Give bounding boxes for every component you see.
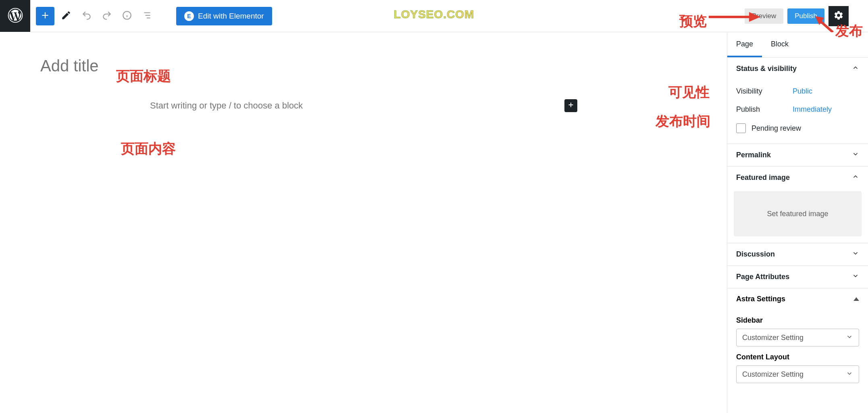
watermark: LOYSEO.COM <box>394 8 475 21</box>
panel-featured-image: Featured image Set featured image <box>727 167 868 243</box>
panel-featured-title: Featured image <box>736 173 790 182</box>
panel-attributes-title: Page Attributes <box>736 273 789 281</box>
add-block-inline-button[interactable] <box>564 99 577 112</box>
info-button[interactable] <box>118 7 136 25</box>
undo-icon <box>81 10 92 22</box>
astra-layout-select[interactable]: Customizer Setting <box>736 365 859 383</box>
row-pending[interactable]: Pending review <box>736 119 859 136</box>
preview-label: Preview <box>752 12 776 20</box>
settings-button[interactable] <box>828 6 849 26</box>
add-block-button[interactable] <box>36 7 54 25</box>
redo-icon <box>102 10 112 22</box>
tab-block[interactable]: Block <box>762 33 797 57</box>
title-input[interactable] <box>40 57 145 75</box>
publish-label: Publish <box>736 105 793 114</box>
panel-page-attributes: Page Attributes <box>727 266 868 288</box>
publish-button[interactable]: Publish <box>787 8 824 24</box>
panel-discussion-head[interactable]: Discussion <box>727 243 868 265</box>
panel-astra: Astra Settings Sidebar Customizer Settin… <box>727 288 868 383</box>
panel-featured-head[interactable]: Featured image <box>727 167 868 189</box>
chevron-down-icon <box>852 250 859 259</box>
chevron-up-icon <box>852 64 859 73</box>
set-featured-image-button[interactable]: Set featured image <box>734 191 862 236</box>
elementor-icon: E <box>184 11 194 21</box>
astra-layout-label: Content Layout <box>736 353 859 361</box>
toolbar-right: Preview Publish <box>745 6 862 26</box>
astra-sidebar-select[interactable]: Customizer Setting <box>736 329 859 346</box>
panel-astra-head[interactable]: Astra Settings <box>727 288 868 310</box>
wordpress-icon <box>8 8 23 25</box>
row-visibility: Visibility Public <box>736 82 859 100</box>
chevron-down-icon <box>852 272 859 282</box>
tab-page-label: Page <box>736 40 753 48</box>
elementor-label: Edit with Elementor <box>198 12 264 21</box>
toolbar-left: E Edit with Elementor <box>36 7 272 25</box>
visibility-value[interactable]: Public <box>793 87 812 96</box>
tab-block-label: Block <box>771 40 789 48</box>
redo-button[interactable] <box>98 7 116 25</box>
pending-label: Pending review <box>751 124 801 133</box>
panel-permalink: Permalink <box>727 144 868 167</box>
panel-permalink-head[interactable]: Permalink <box>727 144 868 166</box>
visibility-label: Visibility <box>736 87 793 96</box>
panel-attributes-head[interactable]: Page Attributes <box>727 266 868 288</box>
pencil-icon <box>61 10 71 22</box>
panel-status: Status & visibility Visibility Public Pu… <box>727 58 868 144</box>
chevron-down-icon <box>846 370 853 379</box>
draw-button[interactable] <box>57 7 75 25</box>
editor-area <box>0 33 727 413</box>
outline-button[interactable] <box>138 7 156 25</box>
astra-layout-value: Customizer Setting <box>742 370 803 379</box>
panel-astra-body: Sidebar Customizer Setting Content Layou… <box>727 316 868 383</box>
undo-button[interactable] <box>78 7 96 25</box>
plus-icon <box>566 100 575 111</box>
chevron-down-icon <box>846 333 853 342</box>
panel-discussion: Discussion <box>727 243 868 266</box>
gear-icon <box>833 10 844 22</box>
plus-icon <box>40 10 50 22</box>
settings-sidebar: Page Block Status & visibility Visibilit… <box>727 33 868 413</box>
preview-button[interactable]: Preview <box>745 8 783 24</box>
panel-status-title: Status & visibility <box>736 65 797 73</box>
panel-status-body: Visibility Public Publish Immediately Pe… <box>727 80 868 144</box>
more-options-button[interactable] <box>853 6 862 26</box>
astra-sidebar-value: Customizer Setting <box>742 334 803 342</box>
set-featured-image-label: Set featured image <box>767 210 828 218</box>
content-row <box>150 99 577 112</box>
wordpress-logo[interactable] <box>0 0 30 32</box>
tab-page[interactable]: Page <box>727 33 762 57</box>
chevron-up-icon <box>852 173 859 182</box>
triangle-up-icon <box>853 297 859 301</box>
panel-status-head[interactable]: Status & visibility <box>727 58 868 80</box>
panel-discussion-title: Discussion <box>736 250 775 259</box>
checkbox-icon[interactable] <box>736 123 746 133</box>
sidebar-tabs: Page Block <box>727 33 868 58</box>
astra-sidebar-label: Sidebar <box>736 316 859 325</box>
publish-label: Publish <box>795 12 817 20</box>
edit-with-elementor-button[interactable]: E Edit with Elementor <box>176 7 272 25</box>
publish-value[interactable]: Immediately <box>793 105 832 114</box>
chevron-down-icon <box>852 150 859 160</box>
content-input[interactable] <box>150 100 564 111</box>
info-icon <box>122 10 132 22</box>
row-publish: Publish Immediately <box>736 100 859 119</box>
list-icon <box>142 10 152 22</box>
panel-permalink-title: Permalink <box>736 151 771 159</box>
panel-astra-title: Astra Settings <box>736 295 785 303</box>
